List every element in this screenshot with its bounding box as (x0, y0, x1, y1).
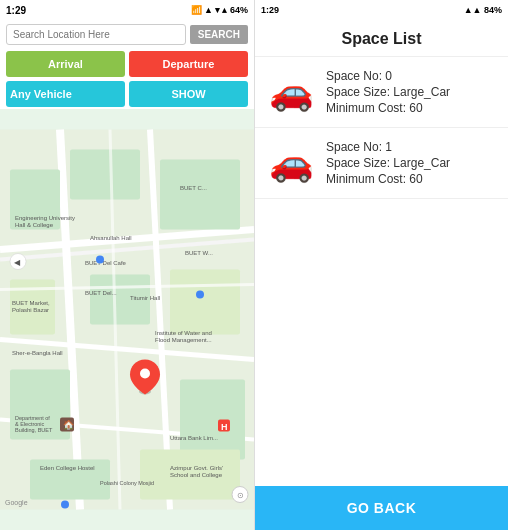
show-button[interactable]: SHOW (129, 81, 248, 107)
svg-point-51 (96, 256, 104, 264)
svg-text:BUET W...: BUET W... (185, 250, 213, 256)
battery-icon: ▾ ▴ 64% (215, 5, 248, 15)
left-time: 1:29 (6, 5, 26, 16)
svg-point-52 (196, 291, 204, 299)
svg-text:BUET Del Cafe: BUET Del Cafe (85, 260, 127, 266)
svg-text:◀: ◀ (14, 258, 21, 267)
car-icon-0: 🚗 (269, 71, 314, 113)
svg-text:Google: Google (5, 499, 28, 507)
departure-button[interactable]: Departure (129, 51, 248, 77)
svg-text:Building, BUET: Building, BUET (15, 427, 53, 433)
space-item-0: 🚗 Space No: 0 Space Size: Large_Car Mini… (255, 57, 508, 128)
space-info-1: Space No: 1 Space Size: Large_Car Minimu… (326, 140, 450, 186)
svg-point-41 (140, 369, 150, 379)
svg-text:Azimpur Govt. Girls': Azimpur Govt. Girls' (170, 465, 223, 471)
space-cost-0: Minimum Cost: 60 (326, 101, 450, 115)
right-panel: 1:29 ▲▲ 84% Space List 🚗 Space No: 0 Spa… (254, 0, 508, 530)
svg-text:⊙: ⊙ (237, 491, 244, 500)
space-no-0: Space No: 0 (326, 69, 450, 83)
car-icon-1: 🚗 (269, 142, 314, 184)
svg-rect-7 (10, 170, 60, 230)
svg-text:BUET Del...: BUET Del... (85, 290, 117, 296)
arrival-button[interactable]: Arrival (6, 51, 125, 77)
space-size-0: Space Size: Large_Car (326, 85, 450, 99)
search-button[interactable]: SEARCH (190, 25, 248, 44)
svg-rect-8 (70, 150, 140, 200)
svg-text:Titumir Hall: Titumir Hall (130, 295, 160, 301)
vehicle-button[interactable]: Any Vehicle (6, 81, 125, 107)
wifi-icon: ▲ (204, 5, 213, 15)
vehicle-row: Any Vehicle SHOW (0, 79, 254, 109)
svg-text:Polashi Colony Mosjid: Polashi Colony Mosjid (100, 480, 154, 486)
svg-text:School and College: School and College (170, 472, 223, 478)
svg-text:Flood Management...: Flood Management... (155, 337, 212, 343)
space-size-1: Space Size: Large_Car (326, 156, 450, 170)
svg-text:Ahsanullah Hall: Ahsanullah Hall (90, 235, 132, 241)
search-input[interactable] (6, 24, 186, 45)
right-time: 1:29 (261, 5, 279, 15)
svg-text:Uttara Bank Lim...: Uttara Bank Lim... (170, 435, 218, 441)
svg-rect-9 (160, 160, 240, 230)
svg-rect-14 (180, 380, 245, 460)
search-bar: SEARCH (0, 20, 254, 49)
space-list: 🚗 Space No: 0 Space Size: Large_Car Mini… (255, 57, 508, 486)
svg-text:BUET C...: BUET C... (180, 185, 207, 191)
right-status-bar: 1:29 ▲▲ 84% (255, 0, 508, 20)
svg-text:🏠: 🏠 (63, 419, 75, 431)
svg-text:Hall & College: Hall & College (15, 222, 54, 228)
left-status-bar: 1:29 📶 ▲ ▾ ▴ 64% (0, 0, 254, 20)
go-back-button[interactable]: GO BACK (255, 486, 508, 530)
svg-rect-12 (170, 270, 240, 335)
svg-text:BUET Market,: BUET Market, (12, 300, 50, 306)
space-list-title: Space List (255, 20, 508, 57)
right-battery-icon: ▲▲ 84% (464, 5, 502, 15)
action-row: Arrival Departure (0, 49, 254, 79)
svg-text:Eden College Hostel: Eden College Hostel (40, 465, 95, 471)
map-area[interactable]: BUET Market, Polashi Bazar Engineering U… (0, 109, 254, 530)
svg-text:Institute of Water and: Institute of Water and (155, 330, 212, 336)
space-item-1: 🚗 Space No: 1 Space Size: Large_Car Mini… (255, 128, 508, 199)
space-cost-1: Minimum Cost: 60 (326, 172, 450, 186)
left-panel: 1:29 📶 ▲ ▾ ▴ 64% SEARCH Arrival Departur… (0, 0, 254, 530)
space-info-0: Space No: 0 Space Size: Large_Car Minimu… (326, 69, 450, 115)
svg-text:Sher-e-Bangla Hall: Sher-e-Bangla Hall (12, 350, 63, 356)
left-status-icons: 📶 ▲ ▾ ▴ 64% (191, 5, 248, 15)
svg-text:H: H (221, 422, 228, 432)
svg-text:Polashi Bazar: Polashi Bazar (12, 307, 49, 313)
right-status-icons: ▲▲ 84% (464, 5, 502, 15)
svg-text:Engineering University: Engineering University (15, 215, 75, 221)
space-no-1: Space No: 1 (326, 140, 450, 154)
map-svg: BUET Market, Polashi Bazar Engineering U… (0, 109, 254, 530)
signal-icon: 📶 (191, 5, 202, 15)
svg-point-53 (61, 501, 69, 509)
device-container: 1:29 📶 ▲ ▾ ▴ 64% SEARCH Arrival Departur… (0, 0, 508, 530)
